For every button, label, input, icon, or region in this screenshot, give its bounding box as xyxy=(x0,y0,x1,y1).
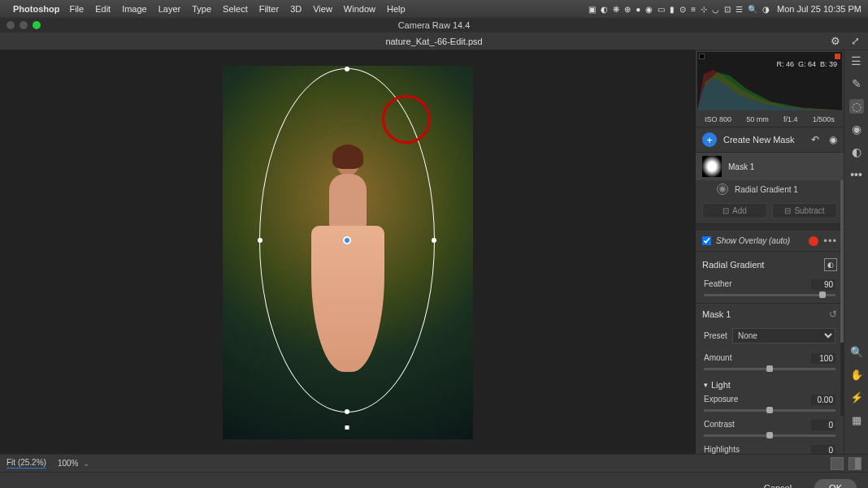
feather-slider-thumb[interactable] xyxy=(819,292,826,298)
status-icon[interactable]: ≡ xyxy=(691,5,696,14)
preset-select[interactable]: None xyxy=(732,328,835,343)
app-name[interactable]: Photoshop xyxy=(13,4,59,14)
masking-tool-icon[interactable]: ◌ xyxy=(849,99,864,114)
status-icon[interactable]: ▮ xyxy=(670,5,675,14)
settings-gear-icon[interactable]: ⚙ xyxy=(831,35,840,47)
status-icon[interactable]: ⊙ xyxy=(679,5,686,14)
status-icon[interactable]: ◉ xyxy=(645,5,653,14)
search-icon[interactable]: 🔍 xyxy=(748,5,757,14)
menu-layer[interactable]: Layer xyxy=(158,4,181,14)
panel-scrollbar[interactable] xyxy=(840,180,844,416)
redeye-tool-icon[interactable]: ◉ xyxy=(849,122,864,136)
mask-name: Mask 1 xyxy=(728,162,754,171)
status-icon[interactable]: ☰ xyxy=(736,5,743,14)
menu-edit[interactable]: Edit xyxy=(95,4,111,14)
undo-icon[interactable]: ↶ xyxy=(811,134,819,145)
gradient-item[interactable]: Radial Gradient 1 xyxy=(696,180,844,198)
overlay-handle-right[interactable] xyxy=(432,238,436,243)
menu-3d[interactable]: 3D xyxy=(290,4,302,14)
menu-file[interactable]: File xyxy=(69,4,84,14)
status-icon[interactable]: ❋ xyxy=(613,5,619,14)
exposure-slider[interactable] xyxy=(704,409,835,412)
create-mask-label[interactable]: Create New Mask xyxy=(723,135,801,145)
menubar-clock[interactable]: Mon Jul 25 10:35 PM xyxy=(777,4,861,14)
contrast-value[interactable]: 0 xyxy=(811,420,835,430)
status-icon[interactable]: ⊹ xyxy=(701,5,707,14)
menu-view[interactable]: View xyxy=(313,4,332,14)
overlay-feather-handle[interactable] xyxy=(345,425,349,430)
mask1-adjust-title: Mask 1 xyxy=(702,309,731,319)
contrast-slider[interactable] xyxy=(704,434,835,437)
photo-preview[interactable] xyxy=(223,66,473,439)
amount-slider-thumb[interactable] xyxy=(766,365,773,372)
exif-aperture: f/1.4 xyxy=(783,115,798,123)
amount-slider[interactable] xyxy=(704,368,835,370)
window-controls xyxy=(7,21,41,29)
ok-button[interactable]: OK xyxy=(814,479,857,488)
eyedropper-tool-icon[interactable]: ✎ xyxy=(849,76,864,91)
reset-icon[interactable]: ↺ xyxy=(829,309,837,320)
status-icon[interactable]: ▭ xyxy=(658,5,665,14)
exposure-slider-thumb[interactable] xyxy=(766,407,773,413)
exif-row: ISO 800 50 mm f/1.4 1/500s xyxy=(696,112,844,127)
menu-help[interactable]: Help xyxy=(387,4,406,14)
grid-tool-icon[interactable]: ▦ xyxy=(849,412,864,427)
window-close-button[interactable] xyxy=(7,21,15,29)
window-maximize-button[interactable] xyxy=(33,21,41,29)
menu-window[interactable]: Window xyxy=(344,4,375,14)
menu-select[interactable]: Select xyxy=(223,4,248,14)
highlight-clip-warning[interactable] xyxy=(835,54,840,59)
status-icon[interactable]: ● xyxy=(636,5,640,14)
menu-filter[interactable]: Filter xyxy=(259,4,279,14)
feather-value[interactable]: 90 xyxy=(811,279,835,290)
invert-gradient-icon[interactable]: ◐ xyxy=(824,258,837,271)
status-icon[interactable]: ◐ xyxy=(601,5,608,14)
show-overlay-row: Show Overlay (auto) ••• xyxy=(696,224,844,252)
mask1-adjust-header: Mask 1 ↺ xyxy=(696,303,844,325)
wifi-icon[interactable]: ◡ xyxy=(712,5,719,14)
exposure-value[interactable]: 0.00 xyxy=(811,395,835,405)
control-center-icon[interactable]: ◑ xyxy=(762,5,770,14)
heal-tool-icon[interactable]: ◐ xyxy=(849,145,864,159)
mask-subtract-button[interactable]: ⊟Subtract xyxy=(772,203,837,218)
status-icon[interactable]: ⊡ xyxy=(724,5,731,14)
create-mask-button[interactable]: + xyxy=(702,132,717,147)
toggle-tool-icon[interactable]: ⚡ xyxy=(849,390,864,404)
preset-row: Preset None xyxy=(696,325,844,352)
light-section-header[interactable]: ▾ Light xyxy=(696,377,844,393)
more-tool-icon[interactable]: ••• xyxy=(849,167,864,182)
window-minimize-button[interactable] xyxy=(20,21,28,29)
overlay-handle-left[interactable] xyxy=(258,238,263,243)
mask-item[interactable]: Mask 1 xyxy=(696,153,844,180)
view-compare-button[interactable] xyxy=(848,457,861,470)
status-icon[interactable]: ⊕ xyxy=(624,5,631,14)
overlay-more-icon[interactable]: ••• xyxy=(823,235,837,247)
feather-slider[interactable] xyxy=(704,294,835,296)
zoom-percent[interactable]: 100% xyxy=(58,459,79,468)
scrollbar-thumb[interactable] xyxy=(840,180,844,343)
visibility-icon[interactable]: ◉ xyxy=(829,134,837,145)
status-icon[interactable]: ▣ xyxy=(588,5,596,14)
canvas[interactable] xyxy=(0,50,696,454)
overlay-color-swatch[interactable] xyxy=(809,236,818,246)
highlights-value[interactable]: 0 xyxy=(811,445,835,454)
view-single-button[interactable] xyxy=(831,457,844,470)
shadow-clip-warning[interactable] xyxy=(699,54,705,59)
mask-add-button[interactable]: ⊡Add xyxy=(702,203,767,218)
show-overlay-checkbox[interactable] xyxy=(702,236,711,245)
histogram[interactable]: R: 46 G: 64 B: 39 xyxy=(697,52,842,110)
menu-image[interactable]: Image xyxy=(122,4,147,14)
overlay-handle-bottom[interactable] xyxy=(345,409,349,414)
edit-tool-icon[interactable]: ☰ xyxy=(849,54,864,68)
zoom-dropdown-icon[interactable]: ⌄ xyxy=(83,459,89,468)
fullscreen-icon[interactable]: ⤢ xyxy=(851,35,860,47)
hand-tool-icon[interactable]: ✋ xyxy=(849,367,864,382)
overlay-handle-top[interactable] xyxy=(345,67,349,71)
contrast-slider-thumb[interactable] xyxy=(766,432,773,438)
zoom-tool-icon[interactable]: 🔍 xyxy=(849,344,864,359)
menu-type[interactable]: Type xyxy=(192,4,211,14)
zoom-fit-label[interactable]: Fit (25.2%) xyxy=(7,458,46,469)
window-title: Camera Raw 14.4 xyxy=(398,20,471,30)
cancel-button[interactable]: Cancel xyxy=(749,479,806,488)
amount-value[interactable]: 100 xyxy=(811,353,835,364)
